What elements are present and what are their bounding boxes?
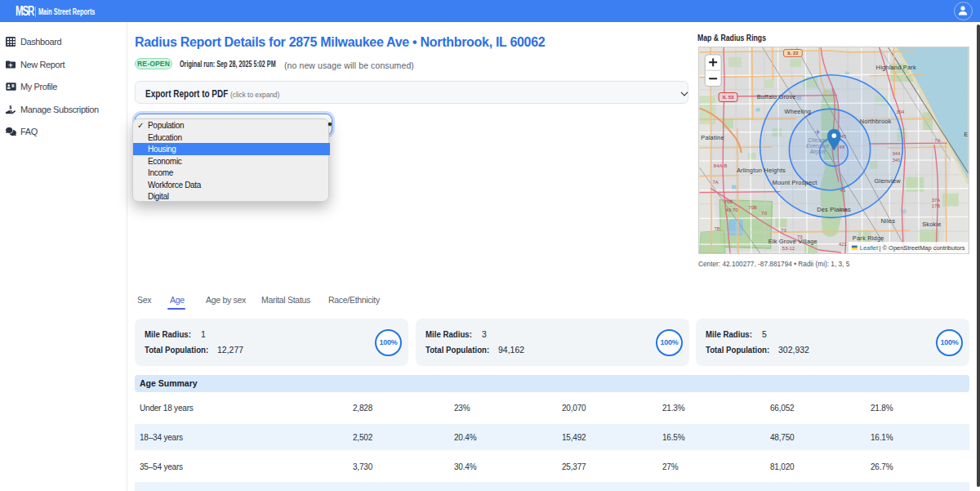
svg-text:Skokie: Skokie [922, 221, 942, 228]
svg-text:7B: 7B [715, 226, 720, 231]
svg-text:421: 421 [839, 242, 848, 247]
svg-text:Northbrook: Northbrook [860, 118, 892, 125]
svg-text:304: 304 [896, 109, 905, 114]
svg-text:37A: 37A [932, 198, 941, 203]
svg-text:53-12: 53-12 [782, 246, 795, 251]
svg-text:43-70: 43-70 [725, 208, 738, 212]
svg-text:IL 22: IL 22 [787, 51, 799, 56]
svg-text:70B: 70B [748, 205, 757, 210]
svg-text:Arlington Heights: Arlington Heights [737, 167, 786, 174]
svg-text:70: 70 [761, 211, 767, 216]
svg-text:Elk Grove Village: Elk Grove Village [768, 238, 817, 245]
svg-text:Park Ridge: Park Ridge [853, 234, 884, 242]
svg-text:Des Plaines: Des Plaines [817, 206, 851, 213]
svg-text:76B: 76B [724, 199, 733, 204]
svg-text:7A: 7A [713, 180, 719, 185]
svg-text:| © OpenStreetMap contributors: | © OpenStreetMap contributors [880, 244, 965, 252]
svg-text:Buffalo Grove: Buffalo Grove [757, 93, 796, 100]
svg-text:E: E [964, 132, 968, 137]
svg-text:Leaflet: Leaflet [860, 244, 879, 252]
svg-text:✈: ✈ [814, 128, 820, 136]
svg-text:73: 73 [781, 228, 786, 233]
svg-text:84A-B: 84A-B [714, 163, 728, 168]
svg-text:Highland Park: Highland Park [876, 64, 916, 71]
svg-text:Airport: Airport [809, 149, 826, 155]
svg-text:Glenview: Glenview [875, 177, 902, 185]
svg-text:Niles: Niles [881, 217, 896, 225]
svg-text:Palatine: Palatine [701, 134, 724, 141]
svg-text:17B: 17B [932, 203, 941, 208]
svg-text:Mount Prospect: Mount Prospect [773, 179, 818, 186]
svg-text:Executive: Executive [806, 143, 829, 149]
svg-text:7A: 7A [934, 138, 940, 143]
svg-text:Wheeling: Wheeling [784, 108, 811, 115]
svg-text:IL 53: IL 53 [723, 95, 734, 100]
